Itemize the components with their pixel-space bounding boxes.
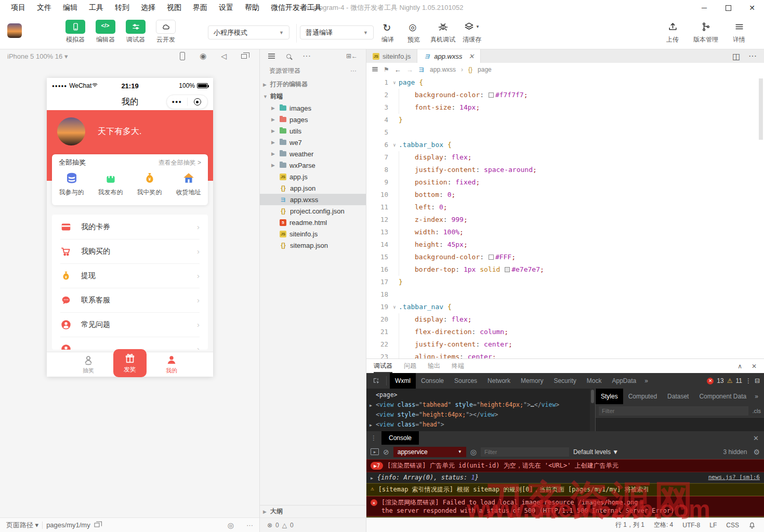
lottery-item-我发布的[interactable]: 我发布的 bbox=[91, 171, 130, 197]
eye-icon[interactable]: ◎ bbox=[228, 521, 234, 529]
view-all-link[interactable]: 查看全部抽奖 > bbox=[159, 158, 201, 167]
device-selector[interactable]: iPhone 5 100% 16 ▾ bbox=[7, 52, 68, 60]
menu-item-提现[interactable]: ¥提现› bbox=[52, 263, 208, 288]
record-icon[interactable]: ◉ bbox=[200, 51, 206, 61]
breadcrumb-file[interactable]: app.wxss bbox=[430, 66, 456, 73]
status-item[interactable]: 空格: 4 bbox=[654, 521, 673, 529]
wxml-node-3[interactable]: ▶<view class="head"> bbox=[370, 420, 590, 430]
console-tab[interactable]: Console bbox=[381, 431, 419, 445]
styles-tab-Component Data[interactable]: Component Data bbox=[694, 389, 752, 404]
bell-icon[interactable] bbox=[748, 522, 756, 529]
menu-2[interactable]: 编辑 bbox=[58, 2, 82, 14]
menu-6[interactable]: 视图 bbox=[162, 2, 186, 14]
toolbar-button-模拟器[interactable]: 模拟器 bbox=[63, 20, 87, 44]
context-selector[interactable]: appservice▼ bbox=[393, 447, 466, 457]
devtools-tab-Security[interactable]: Security bbox=[548, 373, 581, 389]
console-error[interactable]: ▶7[渲染层错误] 广告单元 id(unit-id) 为空，请先在 '<URL>… bbox=[366, 459, 764, 472]
more-icon[interactable]: ··· bbox=[246, 521, 253, 529]
devtools-tab-AppData[interactable]: AppData bbox=[607, 373, 641, 389]
file-we7[interactable]: ▶we7 bbox=[260, 137, 366, 148]
page-path-label[interactable]: 页面路径 ▾ bbox=[6, 521, 38, 530]
menu-item-常见问题[interactable]: 常见问题› bbox=[52, 312, 208, 337]
wxml-node-2[interactable]: <view style="height:64px;"></view> bbox=[370, 410, 590, 420]
menu-10[interactable]: 微信开发者工具 bbox=[266, 2, 326, 14]
lottery-item-我参与的[interactable]: 我参与的 bbox=[52, 171, 91, 197]
split-editor-icon[interactable]: ◫ bbox=[732, 51, 740, 61]
collapse-sidebar-icon[interactable]: ⊞← bbox=[346, 52, 358, 60]
file-app.wxss[interactable]: ヨapp.wxss bbox=[260, 194, 366, 205]
mute-icon[interactable]: ◁ bbox=[221, 52, 227, 60]
menu-5[interactable]: 选择 bbox=[136, 2, 160, 14]
editor-tab-siteinfo.js[interactable]: JSsiteinfo.js bbox=[366, 49, 417, 63]
more-menu-icon[interactable]: ●●● bbox=[167, 99, 187, 104]
close-icon[interactable]: ✕ bbox=[468, 52, 474, 60]
styles-tab-Dataset[interactable]: Dataset bbox=[662, 389, 694, 404]
more-tabs-icon[interactable]: » bbox=[752, 393, 761, 400]
console-log[interactable]: ▶{info: Array(0), status: 1}news.js? [sm… bbox=[366, 472, 764, 483]
console-error[interactable]: ✕[渲染层网络层错误] Failed to load local image r… bbox=[366, 496, 764, 516]
file-app.js[interactable]: JSapp.js bbox=[260, 171, 366, 182]
menu-4[interactable]: 转到 bbox=[110, 2, 134, 14]
close-icon[interactable]: ✕ bbox=[752, 363, 757, 370]
back-icon[interactable]: ← bbox=[394, 66, 401, 74]
close-button[interactable]: ✕ bbox=[740, 0, 764, 16]
maximize-button[interactable] bbox=[716, 0, 740, 16]
console-sidebar-icon[interactable]: ▶ bbox=[371, 448, 379, 455]
file-pages[interactable]: ▶pages bbox=[260, 114, 366, 125]
file-images[interactable]: ▶images bbox=[260, 102, 366, 114]
debugger-tab-问题[interactable]: 问题 bbox=[404, 359, 416, 373]
log-levels-dropdown[interactable]: Default levels ▼ bbox=[573, 448, 618, 456]
outline-icon[interactable] bbox=[372, 67, 377, 68]
breadcrumb-symbol[interactable]: page bbox=[478, 66, 492, 73]
styles-tab-Computed[interactable]: Computed bbox=[623, 389, 662, 404]
file-utils[interactable]: ▶utils bbox=[260, 125, 366, 137]
menu-1[interactable]: 文件 bbox=[32, 2, 56, 14]
avatar[interactable] bbox=[57, 117, 85, 145]
devtools-tab-Sources[interactable]: Sources bbox=[449, 373, 482, 389]
minimize-button[interactable]: ─ bbox=[692, 0, 716, 16]
close-icon[interactable]: ✕ bbox=[753, 434, 764, 442]
editor-tab-app.wxss[interactable]: ヨapp.wxss✕ bbox=[417, 49, 481, 63]
kebab-icon[interactable]: ⋮ bbox=[745, 377, 752, 384]
cls-toggle[interactable]: .cls bbox=[753, 408, 761, 414]
bookmark-icon[interactable]: ⚑ bbox=[384, 66, 389, 73]
menu-7[interactable]: 界面 bbox=[188, 2, 212, 14]
rotate-device-icon[interactable] bbox=[180, 52, 185, 60]
toolbar-action-版本管理[interactable]: 版本管理 bbox=[691, 20, 720, 44]
wxml-tree[interactable]: <page>▶<view class="tabhead" style="heig… bbox=[366, 389, 590, 431]
styles-filter-input[interactable] bbox=[599, 406, 748, 416]
status-item[interactable]: 行 1，列 1 bbox=[615, 521, 644, 529]
project-root-section[interactable]: ▼ 前端 bbox=[260, 90, 366, 102]
compile-dropdown[interactable]: 普通编译 ▼ bbox=[300, 25, 374, 39]
editor-scrollbar[interactable] bbox=[759, 78, 763, 140]
status-item[interactable]: LF bbox=[709, 522, 717, 529]
styles-tab-Styles[interactable]: Styles bbox=[596, 389, 623, 404]
lottery-item-我中奖的[interactable]: ¥我中奖的 bbox=[130, 171, 169, 197]
more-tabs-icon[interactable]: » bbox=[641, 377, 651, 384]
dock-side-icon[interactable]: ⊟ bbox=[755, 377, 760, 384]
clear-console-icon[interactable]: ⊘ bbox=[383, 448, 389, 456]
tree-scrollbar[interactable] bbox=[590, 389, 595, 431]
console-warning[interactable]: ⚠[sitemap 索引情况提示] 根据 sitemap 的规则[0]，当前页面… bbox=[366, 483, 764, 496]
menu-9[interactable]: 帮助 bbox=[240, 2, 264, 14]
collapse-icon[interactable]: ∧ bbox=[737, 363, 742, 370]
toolbar-action-真机调试[interactable]: 真机调试 bbox=[428, 20, 457, 44]
kebab-icon[interactable]: ⋮ bbox=[366, 434, 381, 442]
debugger-tab-终端[interactable]: 终端 bbox=[452, 359, 464, 373]
source-link[interactable]: news.js? [sm]:6 bbox=[708, 474, 760, 481]
menu-3[interactable]: 工具 bbox=[84, 2, 108, 14]
outline-list-icon[interactable] bbox=[268, 54, 275, 55]
file-sitemap.json[interactable]: {}sitemap.json bbox=[260, 240, 366, 251]
file-siteinfo.js[interactable]: JSsiteinfo.js bbox=[260, 228, 366, 240]
toolbar-button-调试器[interactable]: 调试器 bbox=[124, 20, 148, 44]
devtools-tab-Wxml[interactable]: Wxml bbox=[390, 373, 416, 389]
toolbar-action-预览[interactable]: ◎预览 bbox=[402, 20, 425, 44]
status-item[interactable]: CSS bbox=[726, 522, 739, 529]
devtools-tab-Network[interactable]: Network bbox=[482, 373, 516, 389]
multi-window-icon[interactable] bbox=[241, 54, 247, 59]
menu-item-partial[interactable]: › bbox=[52, 337, 208, 350]
devtools-tab-Mock[interactable]: Mock bbox=[582, 373, 607, 389]
outline-section[interactable]: ▶ 大纲 bbox=[260, 505, 366, 517]
toolbar-action-编译[interactable]: ↻编译 bbox=[376, 20, 399, 44]
menu-0[interactable]: 项目 bbox=[6, 2, 30, 14]
